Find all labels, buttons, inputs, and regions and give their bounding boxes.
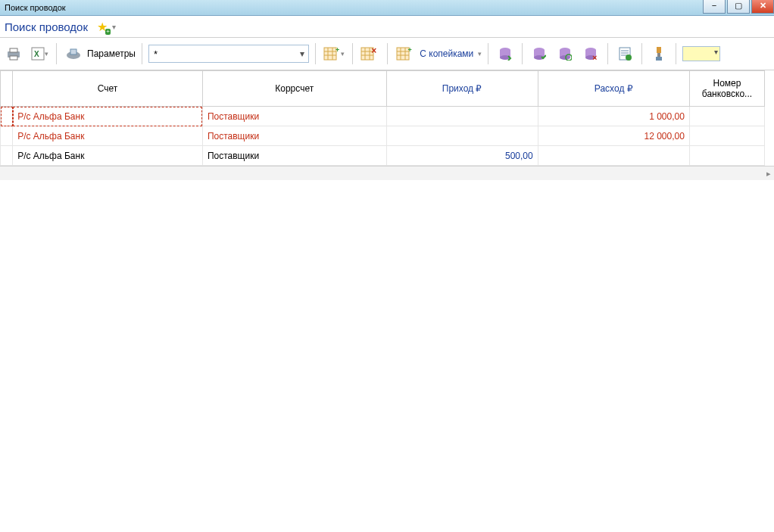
row-selector[interactable] xyxy=(1,107,13,126)
page-title: Поиск проводок xyxy=(5,20,88,33)
window-title-bar: Поиск проводок − ▢ ✕ xyxy=(0,0,774,16)
columns-remove-icon[interactable]: × xyxy=(359,45,381,63)
color-dropdown-icon[interactable]: ▾ xyxy=(714,48,718,56)
svg-rect-6 xyxy=(70,49,76,54)
svg-text:X: X xyxy=(34,50,39,58)
svg-text:×: × xyxy=(592,53,597,61)
maximize-button[interactable]: ▢ xyxy=(727,0,750,14)
col-banknum[interactable]: Номер банковско... xyxy=(689,71,764,107)
col-rownum[interactable] xyxy=(1,71,13,107)
col-income[interactable]: Приход ₽ xyxy=(386,71,538,107)
favorite-icon[interactable]: ★+ xyxy=(97,20,108,34)
cell-banknum[interactable] xyxy=(689,126,764,146)
cell-income[interactable]: 500,00 xyxy=(386,146,538,166)
color-picker[interactable]: ▾ xyxy=(682,46,720,61)
cell-banknum[interactable] xyxy=(689,107,764,126)
cell-expense[interactable]: 1 000,00 xyxy=(538,107,689,126)
grid: Счет Коррсчет Приход ₽ Расход ₽ Номер ба… xyxy=(0,70,765,166)
table-row[interactable]: Р/с Альфа БанкПоставщики1 000,00 xyxy=(1,107,765,126)
settings-icon[interactable] xyxy=(63,45,84,63)
svg-rect-42 xyxy=(657,53,660,57)
db-refresh-icon[interactable] xyxy=(495,45,516,63)
svg-point-40 xyxy=(626,54,632,61)
cell-income[interactable] xyxy=(386,126,538,146)
grid-scroll[interactable]: Счет Коррсчет Приход ₽ Расход ₽ Номер ба… xyxy=(0,70,774,532)
cell-expense[interactable]: 12 000,00 xyxy=(538,126,689,146)
svg-rect-7 xyxy=(324,48,336,60)
toolbar: X ▾ Параметры ▾ + ▾ × + С копейками ▾ xyxy=(0,38,774,70)
svg-rect-1 xyxy=(10,48,17,52)
cell-banknum[interactable] xyxy=(689,146,764,166)
cell-corr[interactable]: Поставщики xyxy=(202,107,386,126)
document-icon[interactable] xyxy=(614,45,635,63)
kopeks-dropdown-icon[interactable]: ▾ xyxy=(478,50,482,58)
filter-dropdown-icon[interactable]: ▾ xyxy=(296,48,308,59)
export-excel-icon[interactable]: X ▾ xyxy=(29,45,50,63)
svg-rect-17 xyxy=(397,48,409,60)
cell-corr[interactable]: Поставщики xyxy=(202,126,386,146)
minimize-button[interactable]: − xyxy=(703,0,726,14)
kopeks-label[interactable]: С копейками xyxy=(420,48,473,59)
db-reload-icon[interactable] xyxy=(554,45,576,63)
table-row[interactable]: Р/с Альфа БанкПоставщики500,00 xyxy=(1,146,765,166)
row-selector[interactable] xyxy=(1,146,13,166)
row-selector[interactable] xyxy=(1,126,13,146)
cell-income[interactable] xyxy=(386,107,538,126)
col-expense[interactable]: Расход ₽ xyxy=(538,71,689,107)
brush-icon[interactable] xyxy=(648,45,669,63)
window-title: Поиск проводок xyxy=(5,3,66,12)
cell-corr[interactable]: Поставщики xyxy=(202,146,386,166)
col-account[interactable]: Счет xyxy=(13,71,203,107)
cell-expense[interactable] xyxy=(538,146,689,166)
svg-point-30 xyxy=(560,55,570,60)
horizontal-scrollbar[interactable]: ▸ xyxy=(0,166,774,180)
filter-combo[interactable]: ▾ xyxy=(148,45,309,63)
db-delete-icon[interactable]: × xyxy=(580,45,601,63)
close-button[interactable]: ✕ xyxy=(751,0,774,14)
db-check-icon[interactable] xyxy=(529,45,550,63)
col-corr[interactable]: Коррсчет xyxy=(202,71,386,107)
cell-account[interactable]: Р/с Альфа Банк xyxy=(13,126,203,146)
cell-account[interactable]: Р/с Альфа Банк xyxy=(13,146,203,166)
table-row[interactable]: Р/с Альфа БанкПоставщики12 000,00 xyxy=(1,126,765,146)
filter-input[interactable] xyxy=(149,48,296,60)
columns-filter-icon[interactable]: + ▾ xyxy=(322,45,346,63)
svg-rect-2 xyxy=(10,56,17,60)
svg-rect-41 xyxy=(657,47,661,53)
params-label[interactable]: Параметры xyxy=(87,48,136,59)
dropdown-icon[interactable]: ▾ xyxy=(112,23,116,31)
columns-add-icon[interactable]: + xyxy=(394,45,415,63)
cell-account[interactable]: Р/с Альфа Банк xyxy=(13,107,203,126)
print-icon[interactable] xyxy=(3,45,24,63)
